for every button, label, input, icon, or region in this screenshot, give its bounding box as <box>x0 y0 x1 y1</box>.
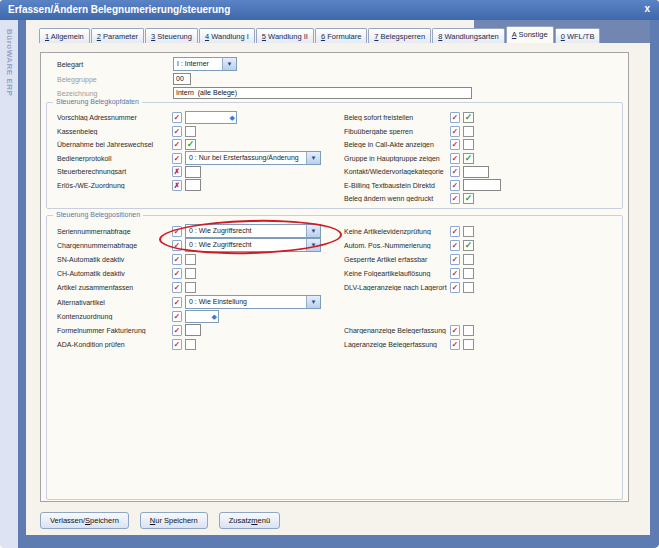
dropdown-arrow-icon[interactable]: ▼ <box>222 58 236 70</box>
doc-check-icon[interactable]: ✓ <box>172 282 182 293</box>
lageranzeige-checkbox[interactable] <box>463 339 474 350</box>
belegart-dropdown[interactable]: I : Interner ▼ <box>173 57 237 71</box>
form-row: Alternativartikel ✓ 0 : Wie Einstellung … <box>57 295 321 309</box>
tab-wfl-tb[interactable]: 0 WFL/TB <box>555 28 601 43</box>
doc-check-icon[interactable]: ✓ <box>172 112 182 123</box>
pos-nummerierung-checkbox[interactable]: ✓ <box>463 240 474 251</box>
zusatzmenu-button[interactable]: Zusatzmenü <box>219 512 280 529</box>
doc-check-icon[interactable]: ✓ <box>450 180 460 191</box>
field-label: Chargenanzeige Belegerfassung <box>344 327 450 334</box>
form-row: Autom. Pos.-Nummerierung ✓ ✓ <box>344 238 474 252</box>
dropdown-arrow-icon[interactable]: ▼ <box>306 239 320 251</box>
kassenbeleg-checkbox[interactable] <box>185 126 196 137</box>
doc-check-icon[interactable]: ✓ <box>450 325 460 336</box>
form-row: Artikel zusammenfassen ✓ <box>57 281 321 295</box>
ada-kondition-checkbox[interactable] <box>185 339 196 350</box>
freistellen-checkbox[interactable]: ✓ <box>463 112 474 123</box>
tab-sonstige-active[interactable]: A Sonstige <box>506 26 554 43</box>
doc-check-icon[interactable]: ✓ <box>450 268 460 279</box>
doc-check-icon[interactable]: ✓ <box>450 126 460 137</box>
doc-x-icon[interactable]: ✗ <box>172 166 182 177</box>
doc-check-icon[interactable]: ✓ <box>450 339 460 350</box>
tab-allgemein[interactable]: 1 Allgemein <box>39 28 90 43</box>
beleggruppe-input[interactable]: 00 <box>173 73 191 85</box>
form-row: Kontakt/Wiedervorlagekategorie ✓ <box>344 165 501 179</box>
folgeartikel-checkbox[interactable] <box>463 268 474 279</box>
kopf-left-column: Vorschlag Adressnummer ✓ ◆ Kassenbeleg ✓… <box>57 111 321 192</box>
seriennummernabfrage-dropdown[interactable]: 0 : Wie Zugriffsrecht ▼ <box>185 224 321 238</box>
bedienerprotokoll-dropdown[interactable]: 0 : Nur bei Ersterfassung/Änderung ▼ <box>185 151 321 165</box>
doc-check-icon[interactable]: ✓ <box>450 153 460 164</box>
hauptgruppe-checkbox[interactable]: ✓ <box>463 153 474 164</box>
vorschlag-adressnummer-spinner[interactable]: ◆ <box>185 111 237 124</box>
doc-check-icon[interactable]: ✓ <box>450 166 460 177</box>
doc-check-icon[interactable]: ✓ <box>172 226 182 237</box>
tab-label: Parameter <box>101 32 138 41</box>
sn-automatik-checkbox[interactable] <box>185 254 196 265</box>
artikelevidenz-checkbox[interactable] <box>463 226 474 237</box>
nur-speichern-button[interactable]: Nur Speichern <box>140 512 208 529</box>
tab-belegsperren[interactable]: 7 Belegsperren <box>368 28 431 43</box>
doc-check-icon[interactable]: ✓ <box>450 282 460 293</box>
doc-check-icon[interactable]: ✓ <box>172 139 182 150</box>
steuerberechnungsart-input[interactable] <box>185 166 201 178</box>
kontakt-kategorie-input[interactable] <box>463 166 489 178</box>
spinner-arrows-icon[interactable]: ◆ <box>212 313 218 320</box>
doc-check-icon[interactable]: ✓ <box>172 254 182 265</box>
tab-wandlungsarten[interactable]: 8 Wandlungsarten <box>432 28 505 43</box>
dropdown-arrow-icon[interactable]: ▼ <box>306 296 320 308</box>
field-label: Gesperrte Artikel erfassbar <box>344 256 450 263</box>
verlassen-speichern-button[interactable]: Verlassen/Speichern <box>40 512 129 529</box>
doc-check-icon[interactable]: ✓ <box>172 126 182 137</box>
dlv-lageranzeige-checkbox[interactable] <box>463 282 474 293</box>
form-row: Gesperrte Artikel erfassbar ✓ <box>344 252 474 266</box>
tab-wandlung-2[interactable]: 5 Wandlung II <box>256 28 314 43</box>
doc-check-icon[interactable]: ✓ <box>172 297 182 308</box>
kontenzuordnung-spinner[interactable]: ◆ <box>185 310 219 323</box>
belegart-value: I : Interner <box>174 58 222 70</box>
doc-check-icon[interactable]: ✓ <box>450 193 460 204</box>
ebilling-textbaustein-input[interactable] <box>463 179 501 191</box>
tab-label: Wandlungsarten <box>442 32 498 41</box>
formelnummer-input[interactable] <box>185 324 201 336</box>
doc-check-icon[interactable]: ✓ <box>172 153 182 164</box>
gesperrte-artikel-checkbox[interactable] <box>463 254 474 265</box>
doc-check-icon[interactable]: ✓ <box>172 311 182 322</box>
doc-check-icon[interactable]: ✓ <box>450 139 460 150</box>
alternativartikel-dropdown[interactable]: 0 : Wie Einstellung ▼ <box>185 295 321 309</box>
aendern-gedruckt-checkbox[interactable]: ✓ <box>463 193 474 204</box>
doc-check-icon[interactable]: ✓ <box>450 226 460 237</box>
tab-label: Formulare <box>325 32 361 41</box>
doc-check-icon[interactable]: ✓ <box>172 325 182 336</box>
call-akte-checkbox[interactable] <box>463 139 474 150</box>
close-icon[interactable]: x <box>644 3 650 14</box>
doc-check-icon[interactable]: ✓ <box>172 268 182 279</box>
dropdown-arrow-icon[interactable]: ▼ <box>306 225 320 237</box>
tab-label: Steuerung <box>155 32 192 41</box>
chargennummernabfrage-dropdown[interactable]: 0 : Wie Zugriffsrecht ▼ <box>185 238 321 252</box>
tab-steuerung[interactable]: 3 Steuerung <box>145 28 198 43</box>
fibu-sperren-checkbox[interactable] <box>463 126 474 137</box>
doc-check-icon[interactable]: ✓ <box>450 240 460 251</box>
tab-formulare[interactable]: 6 Formulare <box>315 28 367 43</box>
form-row: Seriennummernabfrage ✓ 0 : Wie Zugriffsr… <box>57 224 321 238</box>
jahreswechsel-checkbox[interactable]: ✓ <box>185 139 196 150</box>
tab-wandlung-1[interactable]: 4 Wandlung I <box>199 28 255 43</box>
chargenanzeige-checkbox[interactable] <box>463 325 474 336</box>
doc-check-icon[interactable]: ✓ <box>172 240 182 251</box>
erloes-we-zuordnung-input[interactable] <box>185 179 201 191</box>
doc-x-icon[interactable]: ✗ <box>172 180 182 191</box>
bezeichnung-label: Bezeichnung <box>57 90 173 97</box>
form-row: Kontenzuordnung ✓ ◆ <box>57 309 321 323</box>
field-label: Gruppe in Hauptgruppe zeigen <box>344 155 450 162</box>
form-row: Erlös-/WE-Zuordnung ✗ <box>57 179 321 193</box>
doc-check-icon[interactable]: ✓ <box>450 254 460 265</box>
artikel-zusammenfassen-checkbox[interactable] <box>185 282 196 293</box>
dropdown-arrow-icon[interactable]: ▼ <box>306 152 320 164</box>
doc-check-icon[interactable]: ✓ <box>172 339 182 350</box>
bezeichnung-input[interactable]: Intern (alle Belege) <box>173 87 472 99</box>
ch-automatik-checkbox[interactable] <box>185 268 196 279</box>
spinner-arrows-icon[interactable]: ◆ <box>230 114 236 121</box>
doc-check-icon[interactable]: ✓ <box>450 112 460 123</box>
tab-parameter[interactable]: 2 Parameter <box>91 28 144 43</box>
